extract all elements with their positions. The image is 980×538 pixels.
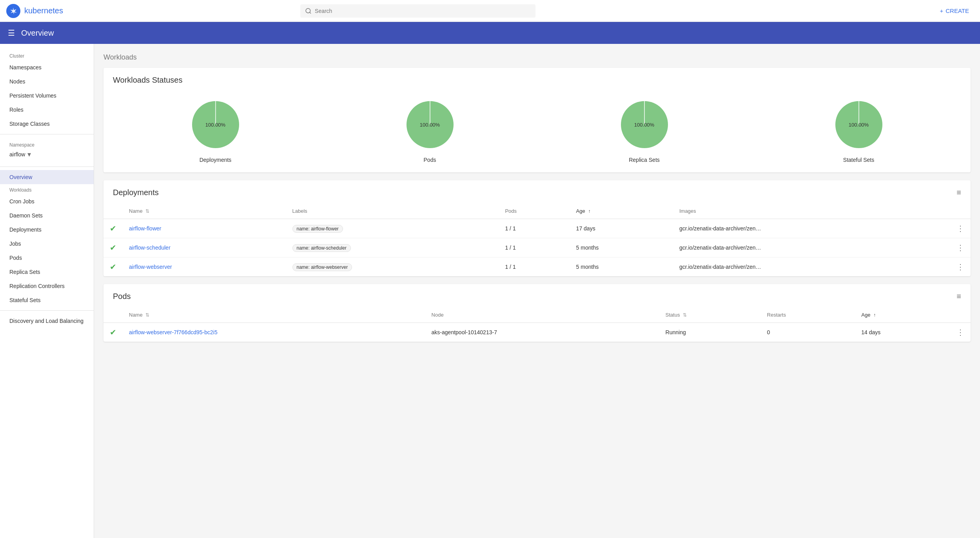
status-ok-icon: ✔ <box>110 263 116 271</box>
deploy-name-link-2[interactable]: airflow-webserver <box>129 264 172 270</box>
sidebar-item-stateful-sets[interactable]: Stateful Sets <box>0 293 94 307</box>
discovery-label: Discovery and Load Balancing <box>9 318 83 324</box>
create-button[interactable]: + CREATE <box>935 4 974 17</box>
deploy-more-cell-1: ⋮ <box>950 238 971 257</box>
namespace-select[interactable]: airflow ▾ <box>9 150 84 159</box>
deploy-images-cell-2: gcr.io/zenatix-data-archiver/zen… <box>673 257 950 277</box>
sidebar-item-pods[interactable]: Pods <box>0 251 94 265</box>
deployments-card-header: Deployments ≡ <box>103 180 971 203</box>
deploy-name-cell-2: airflow-webserver <box>123 257 286 277</box>
th-pod-age[interactable]: Age ↑ <box>855 307 950 323</box>
namespace-label: Namespace <box>9 142 84 148</box>
search-bar[interactable] <box>300 4 535 18</box>
pod-more-icon-0[interactable]: ⋮ <box>956 328 964 337</box>
sidebar-item-pv-label: Persistent Volumes <box>9 92 56 99</box>
deploy-name-link-0[interactable]: airflow-flower <box>129 225 161 232</box>
sidebar-item-namespaces[interactable]: Namespaces <box>0 60 94 74</box>
sidebar-item-roles-label: Roles <box>9 107 24 113</box>
page-header: ☰ Overview <box>0 22 980 44</box>
table-row: ✔ airflow-scheduler name: airflow-schedu… <box>103 238 971 257</box>
pod-age-cell-0: 14 days <box>855 323 950 342</box>
pods-title: Pods <box>113 292 131 301</box>
breadcrumb: Workloads <box>103 53 971 62</box>
deployments-table: Name ⇅ Labels Pods Age ↑ <box>103 203 971 276</box>
th-status-icon <box>103 203 123 219</box>
pod-status-cell-0: ✔ <box>103 323 123 342</box>
sidebar-item-daemon-sets[interactable]: Daemon Sets <box>0 208 94 223</box>
deploy-pods-cell-0: 1 / 1 <box>499 219 570 238</box>
main-content: Workloads Workloads Statuses 100.00% Dep… <box>94 44 980 538</box>
sidebar-item-deployments[interactable]: Deployments <box>0 223 94 237</box>
jobs-label: Jobs <box>9 241 21 247</box>
chart-pods-label: Pods <box>424 157 436 163</box>
sidebar-item-replica-sets[interactable]: Replica Sets <box>0 265 94 279</box>
status-cell-2: ✔ <box>103 257 123 277</box>
hamburger-icon[interactable]: ☰ <box>8 28 15 38</box>
chart-replica-sets: 100.00% Replica Sets <box>617 97 672 163</box>
deploy-name-link-1[interactable]: airflow-scheduler <box>129 245 171 251</box>
pie-deployments: 100.00% <box>188 97 243 152</box>
pods-card-header: Pods ≡ <box>103 284 971 307</box>
sidebar: Cluster Namespaces Nodes Persistent Volu… <box>0 44 94 538</box>
status-cell-1: ✔ <box>103 238 123 257</box>
sort-name-icon: ⇅ <box>145 208 149 214</box>
deploy-age-cell-2: 5 months <box>570 257 673 277</box>
th-pod-name[interactable]: Name ⇅ <box>123 307 425 323</box>
pods-table: Name ⇅ Node Status ⇅ Restarts <box>103 307 971 342</box>
daemon-sets-label: Daemon Sets <box>9 212 43 219</box>
pods-table-wrapper: Name ⇅ Node Status ⇅ Restarts <box>103 307 971 342</box>
svg-point-1 <box>306 8 310 13</box>
more-icon-0[interactable]: ⋮ <box>956 224 964 233</box>
pie-replica-sets-pct: 100.00% <box>634 122 654 128</box>
deploy-labels-cell-1: name: airflow-scheduler <box>286 238 499 257</box>
deploy-name-cell-1: airflow-scheduler <box>123 238 286 257</box>
statuses-title: Workloads Statuses <box>113 76 183 85</box>
pod-name-link-0[interactable]: airflow-webserver-7f766dcd95-bc2i5 <box>129 329 218 335</box>
th-pod-status-icon <box>103 307 123 323</box>
pie-stateful-sets: 100.00% <box>831 97 886 152</box>
sidebar-item-jobs[interactable]: Jobs <box>0 237 94 251</box>
search-icon <box>305 7 312 14</box>
sidebar-item-cron-jobs[interactable]: Cron Jobs <box>0 194 94 208</box>
deployments-card: Deployments ≡ Name ⇅ Labels <box>103 180 971 276</box>
sidebar-item-persistent-volumes[interactable]: Persistent Volumes <box>0 89 94 103</box>
sidebar-item-discovery[interactable]: Discovery and Load Balancing <box>0 314 94 328</box>
namespace-section: Namespace airflow ▾ <box>0 138 94 163</box>
sort-pod-age-icon: ↑ <box>873 312 876 318</box>
sidebar-item-storage-classes[interactable]: Storage Classes <box>0 117 94 131</box>
deploy-labels-cell-0: name: airflow-flower <box>286 219 499 238</box>
pie-pods: 100.00% <box>403 97 457 152</box>
th-deploy-age[interactable]: Age ↑ <box>570 203 673 219</box>
sidebar-item-namespaces-label: Namespaces <box>9 64 42 71</box>
status-ok-icon: ✔ <box>110 243 116 252</box>
cluster-label: Cluster <box>0 50 94 60</box>
sidebar-item-nodes[interactable]: Nodes <box>0 74 94 89</box>
filter-icon[interactable]: ≡ <box>956 188 961 197</box>
more-icon-1[interactable]: ⋮ <box>956 243 964 252</box>
deploy-age-cell-1: 5 months <box>570 238 673 257</box>
namespace-value: airflow <box>9 151 25 158</box>
th-deploy-name[interactable]: Name ⇅ <box>123 203 286 219</box>
charts-row: 100.00% Deployments 100.00% Pods <box>103 91 971 172</box>
more-icon-2[interactable]: ⋮ <box>956 263 964 271</box>
chart-pods: 100.00% Pods <box>403 97 457 163</box>
th-pod-status[interactable]: Status ⇅ <box>659 307 761 323</box>
sidebar-item-roles[interactable]: Roles <box>0 103 94 117</box>
sidebar-item-replication-controllers[interactable]: Replication Controllers <box>0 279 94 293</box>
deployments-table-wrapper: Name ⇅ Labels Pods Age ↑ <box>103 203 971 276</box>
th-pod-actions <box>950 307 971 323</box>
chevron-down-icon: ▾ <box>27 150 31 159</box>
search-input[interactable] <box>315 8 531 14</box>
label-chip-0: name: airflow-flower <box>292 225 343 233</box>
workloads-section-label: Workloads <box>0 184 94 194</box>
pod-more-cell-0: ⋮ <box>950 323 971 342</box>
sidebar-item-overview[interactable]: Overview <box>0 170 94 184</box>
pods-filter-icon[interactable]: ≡ <box>956 292 961 301</box>
top-navigation: kubernetes + CREATE <box>0 0 980 22</box>
th-actions <box>950 203 971 219</box>
statuses-card-header: Workloads Statuses <box>103 68 971 91</box>
overview-label: Overview <box>9 174 32 180</box>
table-row: ✔ airflow-flower name: airflow-flower 1 … <box>103 219 971 238</box>
stateful-sets-label: Stateful Sets <box>9 297 40 303</box>
sidebar-divider-3 <box>0 310 94 311</box>
